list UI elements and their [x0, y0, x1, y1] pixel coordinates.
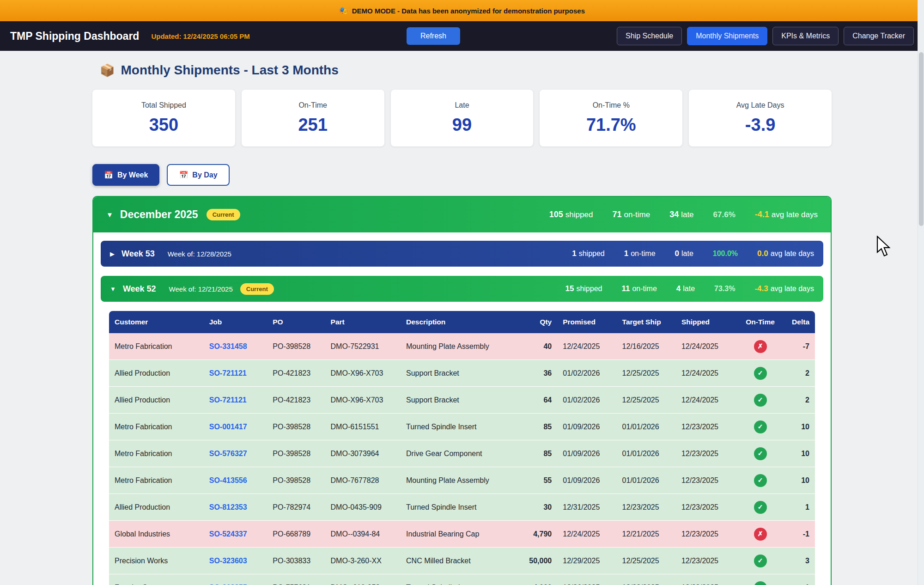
month-header[interactable]: ▼ December 2025 Current 105shipped 71on-… — [93, 197, 831, 232]
stat-card-on-time-pct: On-Time % 71.7% — [540, 90, 682, 146]
target-ship-date-cell: 12/23/2025 — [617, 574, 676, 585]
column-header-part: Part — [325, 311, 401, 333]
nav-change-tracker[interactable]: Change Tracker — [844, 27, 914, 45]
qty-cell: 55 — [522, 467, 557, 494]
on-time-cell: ✗ — [735, 333, 785, 360]
last-updated-text: Updated: 12/24/2025 06:05 PM — [151, 32, 249, 40]
stat-value: 350 — [97, 115, 231, 135]
nav-ship-schedule[interactable]: Ship Schedule — [617, 27, 682, 45]
shipped-date-cell: 12/24/2025 — [676, 387, 735, 414]
on-time-cell: ✓ — [735, 360, 785, 387]
target-ship-date-cell: 01/01/2026 — [617, 440, 676, 467]
job-link[interactable]: SO-331458 — [204, 333, 267, 360]
on-time-check-icon: ✓ — [754, 555, 767, 567]
shipment-row: Allied ProductionSO-721121PO-421823DMO-X… — [109, 360, 815, 387]
week-of-label: Week of: 12/28/2025 — [168, 250, 231, 258]
stat-card-total-shipped: Total Shipped 350 — [92, 90, 235, 146]
shipped-count: 1 — [572, 249, 576, 258]
stat-label: Avg Late Days — [693, 101, 827, 110]
po-cell: PO-668789 — [267, 521, 325, 548]
job-link[interactable]: SO-812353 — [204, 494, 267, 521]
description-cell: Support Bracket — [401, 387, 522, 414]
qty-cell: 36 — [522, 360, 557, 387]
by-week-button[interactable]: 📅 By Week — [92, 164, 159, 186]
promised-date-cell: 01/09/2026 — [557, 467, 616, 494]
stat-card-late: Late 99 — [391, 90, 534, 146]
customer-cell: Precision Works — [109, 548, 204, 574]
job-link[interactable]: SO-721121 — [204, 360, 267, 387]
by-day-button[interactable]: 📅 By Day — [167, 164, 229, 186]
stat-value: 99 — [395, 115, 529, 135]
on-time-count: 11 — [621, 284, 630, 293]
job-link[interactable]: SO-576327 — [204, 440, 267, 467]
delta-cell: 1 — [785, 574, 815, 585]
column-header-description: Description — [401, 311, 522, 333]
job-link[interactable]: SO-524337 — [204, 521, 267, 548]
description-cell: Support Bracket — [401, 360, 522, 387]
qty-cell: 4,000 — [522, 574, 557, 585]
on-time-check-icon: ✓ — [754, 501, 767, 514]
late-stat: 0late — [675, 249, 693, 258]
part-cell: DMO--0394-84 — [325, 521, 401, 548]
delta-cell: 1 — [785, 494, 815, 521]
stat-card-avg-late-days: Avg Late Days -3.9 — [689, 90, 832, 146]
late-stat: 34late — [669, 210, 693, 219]
shipment-row: Metro FabricationSO-576327PO-398528DMO-3… — [109, 440, 815, 467]
promised-date-cell: 12/24/2025 — [557, 333, 616, 360]
stat-value: 251 — [246, 115, 380, 135]
late-label: late — [681, 250, 693, 257]
promised-date-cell: 01/02/2026 — [557, 360, 616, 387]
demo-mode-banner: 🎭 DEMO MODE - Data has been anonymized f… — [0, 0, 924, 21]
delta-cell: 3 — [785, 548, 815, 574]
shipped-date-cell: 12/23/2025 — [676, 494, 735, 521]
main-content: 📦 Monthly Shipments - Last 3 Months Tota… — [92, 51, 832, 585]
po-cell: PO-398528 — [267, 440, 325, 467]
week-52-bar[interactable]: ▼ Week 52 Week of: 12/21/2025 Current 15… — [101, 276, 823, 302]
description-cell: Turned Spindle Insert — [401, 414, 522, 440]
shipment-table-body: Metro FabricationSO-331458PO-398528DMO-7… — [109, 333, 815, 585]
scrollbar-thumb[interactable] — [919, 52, 924, 226]
part-cell: DMO-X96-X703 — [325, 360, 401, 387]
qty-cell: 50,000 — [522, 548, 557, 574]
scrollbar-track[interactable] — [918, 0, 924, 585]
po-cell: PO-398528 — [267, 414, 325, 440]
app-title: TMP Shipping Dashboard — [10, 30, 139, 43]
job-link[interactable]: SO-323603 — [204, 548, 267, 574]
target-ship-date-cell: 12/23/2025 — [617, 494, 676, 521]
target-ship-date-cell: 01/01/2026 — [617, 414, 676, 440]
qty-cell: 30 — [522, 494, 557, 521]
job-link[interactable]: SO-721121 — [204, 387, 267, 414]
collapse-arrow-icon: ▼ — [110, 286, 116, 292]
on-time-check-icon: ✓ — [754, 581, 767, 585]
delta-cell: 10 — [785, 440, 815, 467]
delta-cell: 2 — [785, 360, 815, 387]
po-cell: PO-303833 — [267, 548, 325, 574]
po-cell: PO-421823 — [267, 387, 325, 414]
week-53-bar[interactable]: ▶ Week 53 Week of: 12/28/2025 1shipped 1… — [101, 241, 823, 267]
shipped-stat: 1shipped — [572, 249, 605, 258]
month-name: December 2025 — [120, 208, 198, 221]
job-link[interactable]: SO-413556 — [204, 467, 267, 494]
qty-cell: 85 — [522, 414, 557, 440]
column-header-customer: Customer — [109, 311, 204, 333]
shipped-count: 15 — [565, 284, 574, 293]
nav-kpis-metrics[interactable]: KPIs & Metrics — [772, 27, 839, 45]
job-link[interactable]: SO-001417 — [204, 414, 267, 440]
on-time-stat: 11on-time — [621, 284, 657, 293]
late-label: late — [681, 210, 693, 219]
on-time-stat: 71on-time — [612, 210, 650, 219]
customer-cell: Allied Production — [109, 494, 204, 521]
target-ship-date-cell: 12/25/2025 — [617, 360, 676, 387]
description-cell: Turned Spindle Insert — [401, 574, 522, 585]
on-time-cell: ✓ — [735, 467, 785, 494]
shipped-date-cell: 12/23/2025 — [676, 467, 735, 494]
week-stats: 15shipped 11on-time 4late 73.3% -4.3avg … — [565, 284, 814, 293]
shipped-stat: 15shipped — [565, 284, 602, 293]
po-cell: PO-757631 — [267, 574, 325, 585]
description-cell: Turned Spindle Insert — [401, 494, 522, 521]
on-time-cell: ✓ — [735, 414, 785, 440]
job-link[interactable]: SO-268955 — [204, 574, 267, 585]
nav-monthly-shipments[interactable]: Monthly Shipments — [687, 27, 767, 45]
shipped-date-cell: 12/24/2025 — [676, 333, 735, 360]
refresh-button[interactable]: Refresh — [407, 27, 460, 45]
